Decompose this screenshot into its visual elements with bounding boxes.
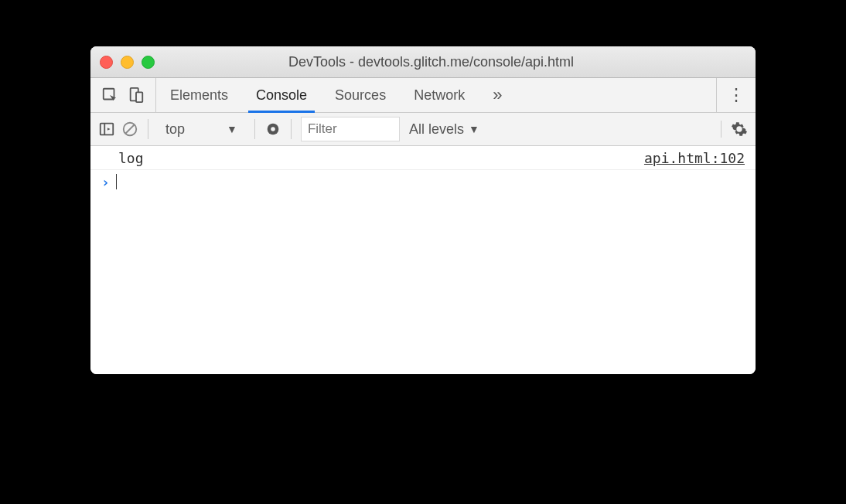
levels-label: All levels <box>409 121 464 138</box>
toolbar-right <box>721 121 748 138</box>
svg-point-8 <box>271 127 275 131</box>
execution-context-select[interactable]: top ▼ <box>158 121 245 138</box>
tab-network[interactable]: Network <box>400 78 479 112</box>
toggle-console-sidebar-icon[interactable] <box>98 121 115 138</box>
log-message: log <box>118 150 644 166</box>
tabbar-right: ⋮ <box>716 78 756 112</box>
console-prompt[interactable]: › <box>90 170 756 193</box>
panel-tabbar: Elements Console Sources Network » ⋮ <box>90 78 756 113</box>
svg-line-6 <box>126 125 135 134</box>
devtools-window: DevTools - devtools.glitch.me/console/ap… <box>90 46 756 374</box>
panel-tabs: Elements Console Sources Network <box>156 78 479 112</box>
tab-elements[interactable]: Elements <box>156 78 242 112</box>
log-source-link[interactable]: api.html:102 <box>644 150 745 166</box>
clear-console-icon[interactable] <box>121 121 138 138</box>
context-label: top <box>165 121 185 138</box>
chevron-double-right-icon: » <box>493 85 502 105</box>
console-output: log api.html:102 › <box>90 146 756 374</box>
log-levels-select[interactable]: All levels ▼ <box>406 121 483 138</box>
svg-rect-3 <box>101 124 114 135</box>
close-window-button[interactable] <box>100 56 113 69</box>
prompt-chevron-icon: › <box>101 174 110 190</box>
more-tabs-button[interactable]: » <box>479 78 516 112</box>
live-expression-icon[interactable] <box>264 121 281 138</box>
tab-console[interactable]: Console <box>242 78 321 112</box>
divider <box>148 119 148 139</box>
divider <box>291 119 292 139</box>
inspect-element-icon[interactable] <box>101 87 118 104</box>
filter-input[interactable] <box>301 117 400 141</box>
text-cursor <box>116 174 118 189</box>
divider <box>254 119 255 139</box>
window-title: DevTools - devtools.glitch.me/console/ap… <box>116 54 746 70</box>
chevron-down-icon: ▼ <box>469 123 479 135</box>
tab-sources[interactable]: Sources <box>321 78 400 112</box>
tabbar-tools <box>90 78 156 112</box>
console-settings-icon[interactable] <box>731 121 748 138</box>
chevron-down-icon: ▼ <box>227 123 237 135</box>
titlebar: DevTools - devtools.glitch.me/console/ap… <box>90 46 756 78</box>
svg-rect-2 <box>136 92 142 102</box>
console-log-row: log api.html:102 <box>90 146 756 170</box>
console-toolbar: top ▼ All levels ▼ <box>90 113 756 146</box>
device-toolbar-icon[interactable] <box>128 87 145 104</box>
